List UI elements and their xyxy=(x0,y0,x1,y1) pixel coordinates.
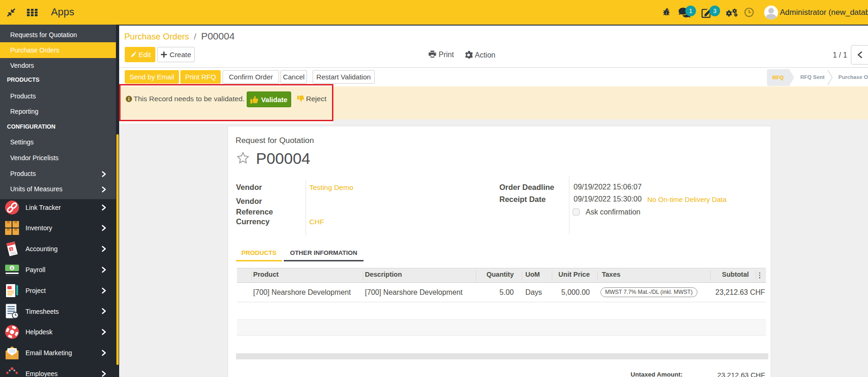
svg-text:$: $ xyxy=(11,266,13,270)
